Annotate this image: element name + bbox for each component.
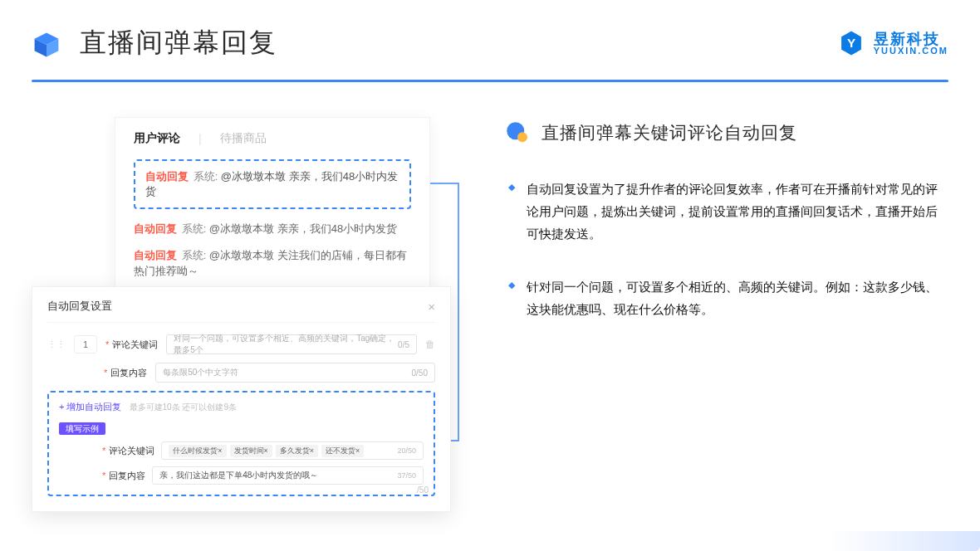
comment-text: @冰墩墩本墩 亲亲，我们48小时内发货 bbox=[209, 222, 397, 235]
highlighted-comment: 自动回复 系统: @冰墩墩本墩 亲亲，我们48小时内发货 bbox=[134, 159, 411, 209]
footer-accent bbox=[831, 531, 980, 551]
auto-reply-tag: 自动回复 bbox=[134, 222, 177, 235]
brand-logo: Y 昱新科技 YUUXIN.COM bbox=[837, 29, 948, 57]
auto-reply-settings-dialog: 自动回复设置 × ⋮⋮ 1 *评论关键词 对同一个问题，可设置多个相近、高频的关… bbox=[32, 286, 451, 512]
section-title: 直播间弹幕关键词评论自动回复 bbox=[541, 121, 797, 144]
close-icon[interactable]: × bbox=[428, 300, 435, 314]
kw-chip[interactable]: 发货时间× bbox=[230, 445, 272, 457]
comment-row: 自动回复 系统: @冰墩墩本墩 关注我们的店铺，每日都有热门推荐呦～ bbox=[134, 247, 411, 280]
system-label: 系统: bbox=[194, 170, 221, 183]
dialog-title: 自动回复设置 bbox=[47, 299, 112, 314]
example-content-label: *回复内容 bbox=[102, 470, 145, 482]
brand-name-en: YUUXIN.COM bbox=[874, 46, 948, 56]
tab-pending-goods[interactable]: 待播商品 bbox=[220, 131, 267, 146]
svg-point-5 bbox=[517, 132, 527, 142]
kw-chip[interactable]: 多久发货× bbox=[276, 445, 318, 457]
cube-icon bbox=[32, 30, 61, 60]
system-label: 系统: bbox=[182, 222, 209, 235]
content-count: 0/50 bbox=[412, 368, 428, 378]
bullet-item: 自动回复设置为了提升作者的评论回复效率，作者可在开播前针对常见的评论用户问题，提… bbox=[505, 178, 948, 245]
example-content-count: 37/50 bbox=[397, 471, 416, 480]
example-kw-count: 20/50 bbox=[397, 446, 416, 455]
example-badge: 填写示例 bbox=[59, 422, 105, 435]
example-keyword-input[interactable]: 什么时候发货× 发货时间× 多久发货× 还不发货× 20/50 bbox=[161, 441, 424, 460]
system-label: 系统: bbox=[182, 249, 209, 261]
example-content-input[interactable]: 亲，我们这边都是下单48小时内发货的哦～ 37/50 bbox=[152, 466, 424, 485]
comment-row: 自动回复 系统: @冰墩墩本墩 亲亲，我们48小时内发货 bbox=[134, 221, 411, 237]
placeholder-text: 每条限50个中文字符 bbox=[163, 367, 238, 378]
auto-reply-tag: 自动回复 bbox=[145, 170, 189, 183]
chat-bubble-icon bbox=[505, 120, 530, 145]
svg-text:Y: Y bbox=[847, 36, 855, 50]
kw-chip[interactable]: 还不发货× bbox=[321, 445, 364, 457]
drag-handle-icon[interactable]: ⋮⋮ bbox=[47, 339, 66, 350]
content-label: *回复内容 bbox=[104, 367, 147, 379]
brand-name-cn: 昱新科技 bbox=[874, 32, 948, 46]
keyword-count: 0/5 bbox=[398, 340, 409, 349]
bullet-item: 针对同一个问题，可设置多个相近的、高频的关键词。例如：这款多少钱、这块能优惠吗、… bbox=[505, 276, 948, 321]
add-hint: 最多可建10条 还可以创建9条 bbox=[130, 402, 237, 412]
tab-separator: | bbox=[198, 132, 202, 145]
keyword-input[interactable]: 对同一个问题，可设置多个相近、高频的关键词，Tag确定，最多5个 0/5 bbox=[166, 334, 417, 354]
page-title: 直播间弹幕回复 bbox=[80, 25, 837, 61]
example-kw-label: *评论关键词 bbox=[102, 445, 154, 457]
kw-chip[interactable]: 什么时候发货× bbox=[169, 445, 226, 457]
keyword-label: *评论关键词 bbox=[105, 339, 158, 351]
trailing-count: /50 bbox=[417, 485, 429, 495]
order-number: 1 bbox=[74, 335, 97, 354]
reply-content-input[interactable]: 每条限50个中文字符 0/50 bbox=[155, 363, 435, 383]
add-auto-reply-button[interactable]: + 增加自动回复 bbox=[59, 401, 121, 413]
example-box: + 增加自动回复 最多可建10条 还可以创建9条 填写示例 *评论关键词 什么时… bbox=[47, 391, 435, 496]
tab-user-comments[interactable]: 用户评论 bbox=[134, 131, 180, 146]
placeholder-text: 对同一个问题，可设置多个相近、高频的关键词，Tag确定，最多5个 bbox=[174, 333, 398, 356]
example-content-value: 亲，我们这边都是下单48小时内发货的哦～ bbox=[159, 470, 318, 481]
auto-reply-tag: 自动回复 bbox=[134, 249, 177, 261]
delete-icon[interactable]: 🗑 bbox=[425, 339, 435, 350]
